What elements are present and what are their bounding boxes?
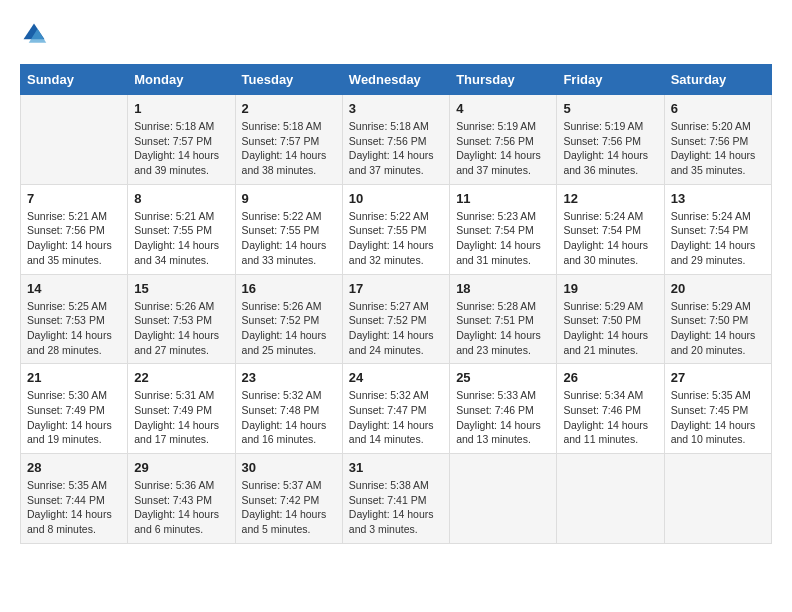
- day-cell: 27Sunrise: 5:35 AM Sunset: 7:45 PM Dayli…: [664, 364, 771, 454]
- day-cell: 18Sunrise: 5:28 AM Sunset: 7:51 PM Dayli…: [450, 274, 557, 364]
- day-number: 2: [242, 101, 336, 116]
- day-number: 17: [349, 281, 443, 296]
- day-cell: 30Sunrise: 5:37 AM Sunset: 7:42 PM Dayli…: [235, 454, 342, 544]
- day-number: 27: [671, 370, 765, 385]
- day-number: 11: [456, 191, 550, 206]
- calendar-header: SundayMondayTuesdayWednesdayThursdayFrid…: [21, 65, 772, 95]
- day-cell: 1Sunrise: 5:18 AM Sunset: 7:57 PM Daylig…: [128, 95, 235, 185]
- day-info: Sunrise: 5:22 AM Sunset: 7:55 PM Dayligh…: [349, 209, 443, 268]
- day-number: 5: [563, 101, 657, 116]
- day-cell: 11Sunrise: 5:23 AM Sunset: 7:54 PM Dayli…: [450, 184, 557, 274]
- day-number: 1: [134, 101, 228, 116]
- week-row-1: 1Sunrise: 5:18 AM Sunset: 7:57 PM Daylig…: [21, 95, 772, 185]
- day-cell: 23Sunrise: 5:32 AM Sunset: 7:48 PM Dayli…: [235, 364, 342, 454]
- day-info: Sunrise: 5:19 AM Sunset: 7:56 PM Dayligh…: [456, 119, 550, 178]
- day-info: Sunrise: 5:21 AM Sunset: 7:55 PM Dayligh…: [134, 209, 228, 268]
- day-number: 14: [27, 281, 121, 296]
- day-cell: 20Sunrise: 5:29 AM Sunset: 7:50 PM Dayli…: [664, 274, 771, 364]
- day-cell: [664, 454, 771, 544]
- day-number: 22: [134, 370, 228, 385]
- day-info: Sunrise: 5:35 AM Sunset: 7:45 PM Dayligh…: [671, 388, 765, 447]
- day-cell: 24Sunrise: 5:32 AM Sunset: 7:47 PM Dayli…: [342, 364, 449, 454]
- day-info: Sunrise: 5:22 AM Sunset: 7:55 PM Dayligh…: [242, 209, 336, 268]
- day-cell: 3Sunrise: 5:18 AM Sunset: 7:56 PM Daylig…: [342, 95, 449, 185]
- day-cell: 9Sunrise: 5:22 AM Sunset: 7:55 PM Daylig…: [235, 184, 342, 274]
- day-info: Sunrise: 5:35 AM Sunset: 7:44 PM Dayligh…: [27, 478, 121, 537]
- day-info: Sunrise: 5:21 AM Sunset: 7:56 PM Dayligh…: [27, 209, 121, 268]
- day-info: Sunrise: 5:18 AM Sunset: 7:57 PM Dayligh…: [242, 119, 336, 178]
- day-number: 20: [671, 281, 765, 296]
- header-cell-tuesday: Tuesday: [235, 65, 342, 95]
- day-cell: 2Sunrise: 5:18 AM Sunset: 7:57 PM Daylig…: [235, 95, 342, 185]
- header-row: SundayMondayTuesdayWednesdayThursdayFrid…: [21, 65, 772, 95]
- day-cell: 21Sunrise: 5:30 AM Sunset: 7:49 PM Dayli…: [21, 364, 128, 454]
- day-info: Sunrise: 5:26 AM Sunset: 7:53 PM Dayligh…: [134, 299, 228, 358]
- week-row-2: 7Sunrise: 5:21 AM Sunset: 7:56 PM Daylig…: [21, 184, 772, 274]
- day-cell: 31Sunrise: 5:38 AM Sunset: 7:41 PM Dayli…: [342, 454, 449, 544]
- day-info: Sunrise: 5:28 AM Sunset: 7:51 PM Dayligh…: [456, 299, 550, 358]
- day-info: Sunrise: 5:32 AM Sunset: 7:48 PM Dayligh…: [242, 388, 336, 447]
- day-number: 31: [349, 460, 443, 475]
- day-info: Sunrise: 5:18 AM Sunset: 7:56 PM Dayligh…: [349, 119, 443, 178]
- day-cell: 14Sunrise: 5:25 AM Sunset: 7:53 PM Dayli…: [21, 274, 128, 364]
- day-number: 8: [134, 191, 228, 206]
- day-number: 21: [27, 370, 121, 385]
- calendar-body: 1Sunrise: 5:18 AM Sunset: 7:57 PM Daylig…: [21, 95, 772, 544]
- day-cell: 12Sunrise: 5:24 AM Sunset: 7:54 PM Dayli…: [557, 184, 664, 274]
- day-number: 10: [349, 191, 443, 206]
- day-info: Sunrise: 5:19 AM Sunset: 7:56 PM Dayligh…: [563, 119, 657, 178]
- week-row-3: 14Sunrise: 5:25 AM Sunset: 7:53 PM Dayli…: [21, 274, 772, 364]
- day-cell: [21, 95, 128, 185]
- header-cell-monday: Monday: [128, 65, 235, 95]
- day-cell: 6Sunrise: 5:20 AM Sunset: 7:56 PM Daylig…: [664, 95, 771, 185]
- day-info: Sunrise: 5:18 AM Sunset: 7:57 PM Dayligh…: [134, 119, 228, 178]
- header-cell-thursday: Thursday: [450, 65, 557, 95]
- day-number: 28: [27, 460, 121, 475]
- day-cell: 17Sunrise: 5:27 AM Sunset: 7:52 PM Dayli…: [342, 274, 449, 364]
- day-cell: 19Sunrise: 5:29 AM Sunset: 7:50 PM Dayli…: [557, 274, 664, 364]
- day-number: 12: [563, 191, 657, 206]
- day-info: Sunrise: 5:38 AM Sunset: 7:41 PM Dayligh…: [349, 478, 443, 537]
- day-cell: 29Sunrise: 5:36 AM Sunset: 7:43 PM Dayli…: [128, 454, 235, 544]
- day-number: 30: [242, 460, 336, 475]
- day-number: 26: [563, 370, 657, 385]
- day-cell: 26Sunrise: 5:34 AM Sunset: 7:46 PM Dayli…: [557, 364, 664, 454]
- day-cell: 4Sunrise: 5:19 AM Sunset: 7:56 PM Daylig…: [450, 95, 557, 185]
- logo: [20, 20, 52, 48]
- day-info: Sunrise: 5:31 AM Sunset: 7:49 PM Dayligh…: [134, 388, 228, 447]
- day-info: Sunrise: 5:33 AM Sunset: 7:46 PM Dayligh…: [456, 388, 550, 447]
- day-cell: [557, 454, 664, 544]
- day-info: Sunrise: 5:29 AM Sunset: 7:50 PM Dayligh…: [671, 299, 765, 358]
- day-cell: 22Sunrise: 5:31 AM Sunset: 7:49 PM Dayli…: [128, 364, 235, 454]
- day-number: 4: [456, 101, 550, 116]
- header-cell-wednesday: Wednesday: [342, 65, 449, 95]
- day-number: 24: [349, 370, 443, 385]
- day-cell: 10Sunrise: 5:22 AM Sunset: 7:55 PM Dayli…: [342, 184, 449, 274]
- day-cell: 16Sunrise: 5:26 AM Sunset: 7:52 PM Dayli…: [235, 274, 342, 364]
- day-number: 19: [563, 281, 657, 296]
- week-row-5: 28Sunrise: 5:35 AM Sunset: 7:44 PM Dayli…: [21, 454, 772, 544]
- day-number: 23: [242, 370, 336, 385]
- week-row-4: 21Sunrise: 5:30 AM Sunset: 7:49 PM Dayli…: [21, 364, 772, 454]
- day-cell: 28Sunrise: 5:35 AM Sunset: 7:44 PM Dayli…: [21, 454, 128, 544]
- header-cell-saturday: Saturday: [664, 65, 771, 95]
- calendar-table: SundayMondayTuesdayWednesdayThursdayFrid…: [20, 64, 772, 544]
- header-cell-friday: Friday: [557, 65, 664, 95]
- day-number: 25: [456, 370, 550, 385]
- day-cell: 5Sunrise: 5:19 AM Sunset: 7:56 PM Daylig…: [557, 95, 664, 185]
- day-cell: 7Sunrise: 5:21 AM Sunset: 7:56 PM Daylig…: [21, 184, 128, 274]
- logo-icon: [20, 20, 48, 48]
- day-info: Sunrise: 5:27 AM Sunset: 7:52 PM Dayligh…: [349, 299, 443, 358]
- day-cell: 25Sunrise: 5:33 AM Sunset: 7:46 PM Dayli…: [450, 364, 557, 454]
- day-info: Sunrise: 5:37 AM Sunset: 7:42 PM Dayligh…: [242, 478, 336, 537]
- day-number: 3: [349, 101, 443, 116]
- day-info: Sunrise: 5:26 AM Sunset: 7:52 PM Dayligh…: [242, 299, 336, 358]
- day-info: Sunrise: 5:25 AM Sunset: 7:53 PM Dayligh…: [27, 299, 121, 358]
- day-number: 6: [671, 101, 765, 116]
- header-cell-sunday: Sunday: [21, 65, 128, 95]
- day-info: Sunrise: 5:30 AM Sunset: 7:49 PM Dayligh…: [27, 388, 121, 447]
- day-info: Sunrise: 5:29 AM Sunset: 7:50 PM Dayligh…: [563, 299, 657, 358]
- day-info: Sunrise: 5:24 AM Sunset: 7:54 PM Dayligh…: [671, 209, 765, 268]
- page-header: [20, 20, 772, 48]
- day-info: Sunrise: 5:23 AM Sunset: 7:54 PM Dayligh…: [456, 209, 550, 268]
